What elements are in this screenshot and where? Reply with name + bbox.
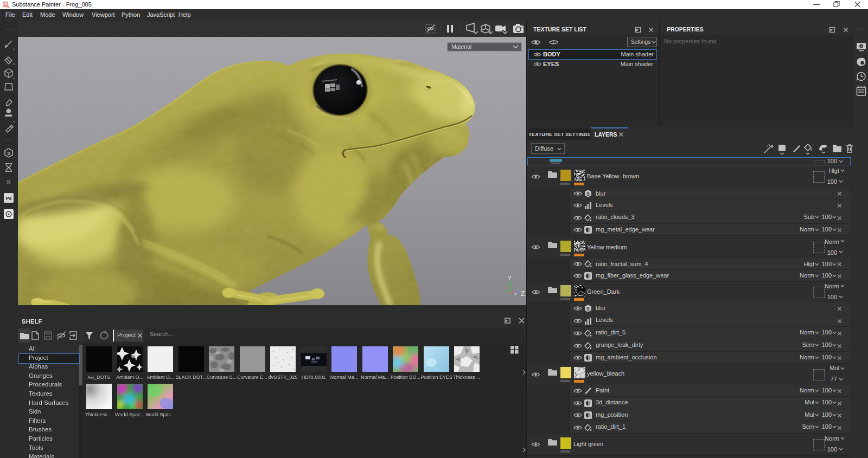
- svg-text:Z: Z: [521, 290, 525, 298]
- svg-text:S: S: [7, 151, 10, 156]
- svg-text:x: x: [514, 291, 517, 296]
- svg-text:Y: Y: [508, 275, 512, 281]
- svg-text:1: 1: [552, 40, 555, 45]
- svg-text:S: S: [4, 2, 7, 7]
- svg-text:Material: Material: [451, 43, 471, 50]
- svg-text:S: S: [7, 179, 10, 185]
- svg-text:Ps: Ps: [5, 196, 11, 201]
